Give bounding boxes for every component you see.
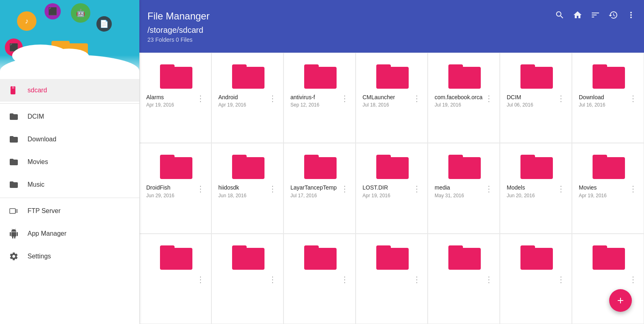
file-name: Models [507,184,555,191]
file-info: Android Apr 19, 2016 [218,94,267,108]
current-path: /storage/sdcard [147,26,636,35]
more-options-button[interactable] [626,10,636,22]
folder-facebook[interactable]: com.facebook.orca Jul 19, 2016 ⋮ [428,53,500,143]
more-options-lostdir[interactable]: ⋮ [411,184,422,194]
sidebar-item-movies[interactable]: Movies [0,151,139,173]
sidebar-nav: sdcard DCIM Download Movies [0,79,139,324]
folder-shape-r3-3 [304,244,337,270]
folder-antivirus[interactable]: antivirus-f Sep 12, 2016 ⋮ [284,53,356,143]
filter-button[interactable] [591,10,600,22]
more-options-r3-6[interactable]: ⋮ [555,275,567,284]
sidebar-item-dcim[interactable]: DCIM [0,105,139,128]
more-options-r3-1[interactable]: ⋮ [195,275,206,284]
folder-media[interactable]: media May 31, 2016 ⋮ [428,143,500,233]
folder-r3-7[interactable]: ⋮ [572,234,644,324]
file-info [146,275,195,276]
folder-shape-layar [304,153,337,179]
file-info [218,275,267,276]
folder-models[interactable]: Models Jun 20, 2016 ⋮ [500,143,572,233]
file-info: hiidosdk Jun 18, 2016 [218,184,267,198]
file-name: Alarms [146,94,195,101]
sidebar-item-ftp[interactable]: FTP Server [0,200,139,222]
file-info: DCIM Jul 06, 2016 [507,94,555,108]
file-card-bottom: ⋮ [290,275,350,284]
folder-dcim[interactable]: DCIM Jul 06, 2016 ⋮ [500,53,572,143]
download-label: Download [28,136,56,143]
more-options-android[interactable]: ⋮ [267,94,278,103]
home-button[interactable] [573,10,582,22]
folder-r3-3[interactable]: ⋮ [284,234,356,324]
file-info: com.facebook.orca Jul 19, 2016 [435,94,483,108]
folder-layar[interactable]: LayarTancepTemp Jul 17, 2016 ⋮ [284,143,356,233]
more-options-alarms[interactable]: ⋮ [195,94,206,103]
more-options-r3-5[interactable]: ⋮ [483,275,495,284]
file-info [507,275,555,276]
file-card-bottom: ⋮ [507,275,567,284]
file-info [435,275,483,276]
file-name: DCIM [507,94,555,101]
file-date: Jun 29, 2016 [146,193,195,198]
folder-droidfish[interactable]: DroidFish Jun 29, 2016 ⋮ [139,143,211,233]
more-options-media[interactable]: ⋮ [483,184,495,194]
folder-shape-antivirus [304,63,337,89]
folder-movies-grid[interactable]: Movies Apr 19, 2016 ⋮ [572,143,644,233]
svg-rect-1 [12,86,13,89]
folder-shape-r3-4 [376,244,409,270]
search-button[interactable] [555,10,565,22]
folder-android[interactable]: Android Apr 19, 2016 ⋮ [211,53,284,143]
more-options-antivirus[interactable]: ⋮ [339,94,350,103]
folder-shape-droidfish [160,153,192,179]
screen-record-icon: ⬛ [45,3,61,19]
sidebar-item-settings[interactable]: Settings [0,245,139,268]
more-options-hiidosdk[interactable]: ⋮ [267,184,278,194]
folder-lostdir[interactable]: LOST.DIR Apr 19, 2016 ⋮ [356,143,428,233]
music-label: Music [28,181,45,188]
file-info: LOST.DIR Apr 19, 2016 [363,184,411,198]
fab-add-button[interactable]: + [609,289,632,312]
folder-r3-2[interactable]: ⋮ [211,234,284,324]
folder-hiidosdk[interactable]: hiidosdk Jun 18, 2016 ⋮ [211,143,284,233]
more-options-facebook[interactable]: ⋮ [483,94,495,103]
ftp-icon [8,205,19,217]
folder-shape-facebook [448,63,481,89]
file-name: LOST.DIR [363,184,411,191]
more-options-movies[interactable]: ⋮ [627,184,639,194]
file-grid: Alarms Apr 19, 2016 ⋮ Android Apr 19, 20… [139,53,644,324]
folder-r3-5[interactable]: ⋮ [428,234,500,324]
more-options-r3-2[interactable]: ⋮ [267,275,278,284]
more-options-droidfish[interactable]: ⋮ [195,184,206,194]
folder-r3-1[interactable]: ⋮ [139,234,211,324]
file-card-bottom: ⋮ [146,275,206,284]
sidebar-item-app-manager[interactable]: App Manager [0,222,139,245]
file-date: Jul 17, 2016 [290,193,339,198]
folder-shape-r3-1 [160,244,192,270]
file-card-bottom: LOST.DIR Apr 19, 2016 ⋮ [363,184,422,198]
file-name: hiidosdk [218,184,267,191]
more-options-models[interactable]: ⋮ [555,184,567,194]
music-icon: ♪ [17,11,36,31]
more-options-r3-4[interactable]: ⋮ [411,275,422,284]
file-card-bottom: CMLauncher Jul 18, 2016 ⋮ [363,94,422,108]
folder-download[interactable]: Download Jul 16, 2016 ⋮ [572,53,644,143]
more-options-dcim[interactable]: ⋮ [555,94,567,103]
sidebar-item-sdcard[interactable]: sdcard [0,79,139,102]
more-options-cmlauncher[interactable]: ⋮ [411,94,422,103]
folder-alarms[interactable]: Alarms Apr 19, 2016 ⋮ [139,53,211,143]
file-info: Alarms Apr 19, 2016 [146,94,195,108]
more-options-r3-3[interactable]: ⋮ [339,275,350,284]
sidebar-item-download[interactable]: Download [0,128,139,151]
folder-r3-4[interactable]: ⋮ [356,234,428,324]
svg-rect-3 [10,209,15,213]
file-card-bottom: DCIM Jul 06, 2016 ⋮ [507,94,567,108]
header-top: File Mananger [147,10,636,22]
more-options-download[interactable]: ⋮ [627,94,639,103]
more-options-r3-7[interactable]: ⋮ [627,275,639,284]
folder-cmlauncher[interactable]: CMLauncher Jul 18, 2016 ⋮ [356,53,428,143]
file-info: antivirus-f Sep 12, 2016 [290,94,339,108]
file-date: Jul 19, 2016 [435,102,483,108]
folder-shape-media [448,153,481,179]
folder-r3-6[interactable]: ⋮ [500,234,572,324]
more-options-layar[interactable]: ⋮ [339,184,350,194]
sidebar-item-music[interactable]: Music [0,173,139,196]
history-button[interactable] [608,10,618,22]
